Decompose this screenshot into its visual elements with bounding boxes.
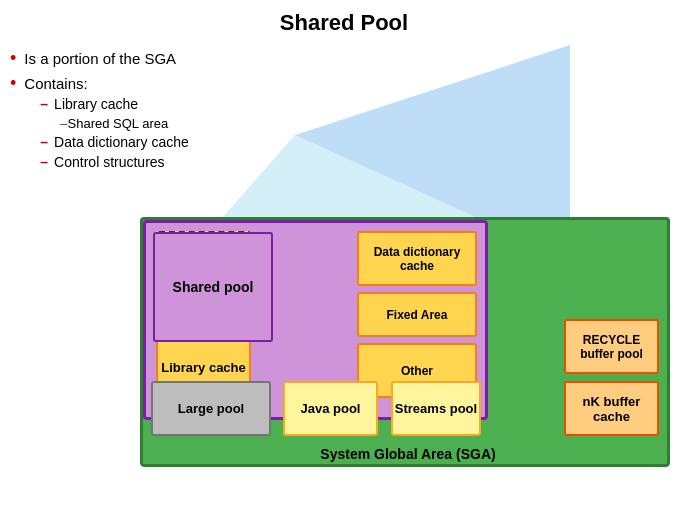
sub-item-1-text: Library cache <box>54 96 138 112</box>
page-title: Shared Pool <box>0 0 688 42</box>
dash-2: – <box>40 134 48 150</box>
data-dict-cache-box: Data dictionary cache <box>357 231 477 286</box>
java-pool-box: Java pool <box>283 381 378 436</box>
sub-dash-1: – <box>60 116 67 131</box>
streams-pool-box: Streams pool <box>391 381 481 436</box>
right-boxes: Data dictionary cache Fixed Area Other <box>357 231 477 398</box>
bullet-dot-1: • <box>10 48 16 69</box>
nk-buffer-cache-box: nK buffer cache <box>564 381 659 436</box>
dash-1: – <box>40 96 48 112</box>
diagram-area: Shared SQL area Library cache Data dicti… <box>140 45 680 485</box>
sga-box: Shared SQL area Library cache Data dicti… <box>140 217 670 467</box>
bullet-dot-2: • <box>10 73 16 94</box>
sga-label: System Global Area (SGA) <box>143 446 673 464</box>
bullet-2-text: Contains: <box>24 75 87 92</box>
fixed-area-box: Fixed Area <box>357 292 477 337</box>
shared-pool-box: Shared pool <box>153 232 273 342</box>
dash-3: – <box>40 154 48 170</box>
recycle-buffer-box: RECYCLE buffer pool <box>564 319 659 374</box>
large-pool-box: Large pool <box>151 381 271 436</box>
page-container: Shared Pool • Is a portion of the SGA • … <box>0 0 688 507</box>
